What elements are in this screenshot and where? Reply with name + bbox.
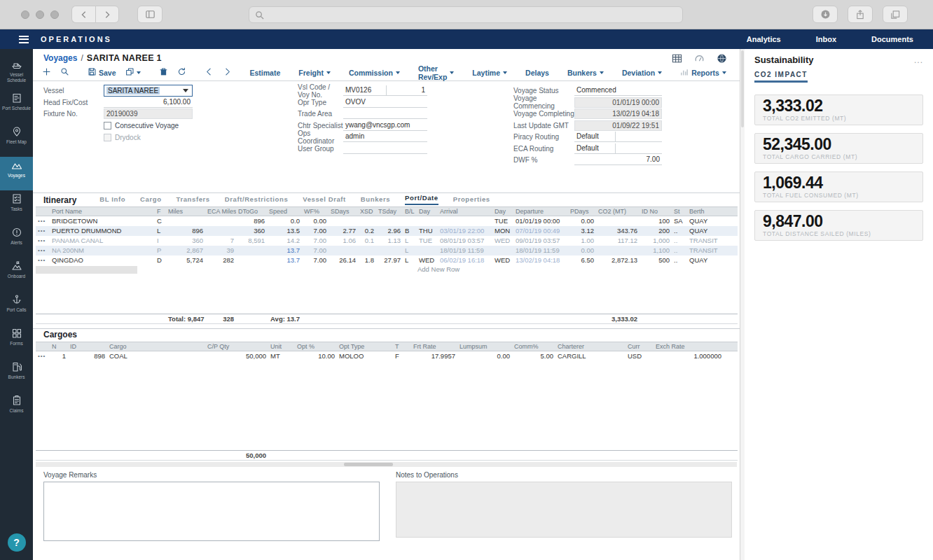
tab-port-date[interactable]: Port/Date — [405, 194, 438, 205]
next-button[interactable] — [221, 65, 234, 80]
toolbar-menu-deviation[interactable]: Deviation — [620, 67, 664, 78]
sidebar-item-alerts[interactable]: Alerts — [0, 224, 33, 258]
sidebar-item-port-calls[interactable]: Port Calls — [0, 291, 33, 325]
checkbox[interactable] — [104, 122, 111, 130]
tab-draft-restrictions[interactable]: Draft/Restrictions — [225, 195, 289, 205]
field-value[interactable] — [343, 108, 427, 119]
copy-button[interactable] — [123, 65, 143, 80]
window-controls[interactable] — [21, 10, 59, 19]
row-menu-icon[interactable]: ••• — [36, 255, 50, 265]
field-value[interactable]: Default — [574, 132, 616, 142]
field-value[interactable] — [616, 132, 662, 142]
checkbox[interactable] — [104, 134, 111, 141]
new-row-stub[interactable] — [36, 266, 137, 274]
row-menu-icon[interactable]: ••• — [36, 216, 50, 226]
breadcrumb-voyages-link[interactable]: Voyages — [43, 53, 77, 63]
row-menu-icon[interactable]: ••• — [36, 236, 50, 246]
field-value[interactable]: 7.00 — [574, 155, 662, 165]
toolbar-menu-estimate[interactable]: Estimate — [248, 67, 283, 78]
sidebar-item-voyages[interactable]: Voyages — [0, 157, 33, 190]
sidebar-item-port-schedule[interactable]: Port Schedule — [0, 90, 33, 123]
itinerary-row-na-200nm[interactable]: •••NA 200NMP2,8673913.77.00L18/01/19 11:… — [36, 246, 738, 255]
sidebar-item-claims[interactable]: Claims — [0, 392, 33, 426]
app-nav-analytics[interactable]: Analytics — [747, 35, 781, 43]
hamburger-menu-icon[interactable] — [19, 36, 29, 43]
itinerary-row-bridgetown[interactable]: •••BRIDGETOWNC8960.00.00TUE01/01/19 00:0… — [36, 216, 738, 226]
toolbar-menu-freight[interactable]: Freight — [296, 67, 333, 78]
search-button[interactable] — [58, 65, 71, 80]
toolbar-menu-commission[interactable]: Commission — [347, 67, 402, 78]
itinerary-row-panama-canal[interactable]: •••PANAMA CANALI36078,59114.27.001.060.1… — [36, 236, 738, 246]
toolbar-menu-delays[interactable]: Delays — [523, 67, 551, 78]
toolbar-menu-laytime[interactable]: Laytime — [470, 67, 509, 78]
sidebar-item-bunkers[interactable]: Bunkers — [0, 358, 33, 392]
window-zoom-icon[interactable] — [50, 10, 59, 19]
itinerary-row-puerto-drummond[interactable]: •••PUERTO DRUMMONDL89636013.57.002.770.2… — [36, 226, 738, 236]
field-value[interactable]: 01/09/22 19:51 — [574, 120, 662, 131]
sidebar-item-vessel-schedule[interactable]: Vessel Schedule — [0, 56, 33, 90]
app-nav-inbox[interactable]: Inbox — [816, 35, 836, 43]
vessel-select[interactable]: SARITA NAREE — [104, 85, 193, 97]
browser-share-button[interactable] — [848, 6, 873, 23]
field-value[interactable] — [343, 144, 427, 154]
field-value[interactable]: Commenced — [574, 85, 662, 96]
toolbar-menu-other-rev-exp[interactable]: Other Rev/Exp — [416, 63, 456, 83]
field-value[interactable]: 1 — [387, 85, 427, 96]
field-value[interactable]: 6,100.00 — [104, 97, 193, 108]
kpi-label: TOTAL CARGO CARRIED (MT) — [763, 153, 915, 160]
field-value[interactable] — [616, 144, 662, 154]
cargoes-horizontal-scrollbar[interactable] — [36, 462, 737, 467]
voyage-remarks-textarea[interactable] — [43, 482, 380, 541]
globe-icon[interactable] — [717, 53, 727, 64]
toolbar-menu-reports[interactable]: Reports — [678, 66, 728, 79]
row-menu-icon[interactable]: ••• — [36, 351, 50, 361]
itinerary-row-qingdao[interactable]: •••QINGDAOD5,72428213.77.0026.141.827.97… — [36, 255, 738, 265]
browser-download-button[interactable] — [813, 6, 838, 23]
sidebar-item-onboard[interactable]: Onboard — [0, 258, 33, 291]
save-button[interactable]: Save — [85, 65, 118, 80]
field-value[interactable]: Default — [574, 144, 616, 154]
field-value[interactable]: ywang@vncsgp.com — [343, 120, 427, 131]
prev-button[interactable] — [202, 65, 216, 80]
tab-vessel-draft[interactable]: Vessel Draft — [303, 195, 346, 205]
browser-back-button[interactable] — [71, 6, 95, 23]
browser-tabs-button[interactable] — [883, 6, 908, 23]
refresh-button[interactable] — [175, 65, 188, 80]
grid-icon[interactable] — [672, 53, 682, 64]
field-value[interactable]: MV0126 — [343, 85, 387, 96]
tab-co2-impact[interactable]: CO2 IMPACT — [754, 71, 808, 83]
app-nav-documents[interactable]: Documents — [871, 35, 913, 43]
add-new-row-link[interactable]: Add New Row — [417, 265, 459, 273]
toolbar-menu-bunkers[interactable]: Bunkers — [565, 67, 606, 78]
window-close-icon[interactable] — [21, 10, 29, 19]
tab-transfers[interactable]: Transfers — [177, 195, 210, 205]
delete-button[interactable] — [157, 65, 170, 80]
window-minimize-icon[interactable] — [36, 10, 44, 19]
sidebar-item-fleet-map[interactable]: Fleet Map — [0, 123, 33, 157]
help-button[interactable]: ? — [8, 533, 26, 552]
main-vertical-scrollbar[interactable] — [740, 49, 745, 560]
tab-bl-info[interactable]: BL Info — [99, 195, 125, 205]
field-value[interactable]: 20190039 — [104, 108, 193, 119]
browser-search-field[interactable] — [249, 6, 683, 23]
tab-bunkers[interactable]: Bunkers — [361, 195, 390, 205]
row-menu-icon[interactable]: ••• — [36, 246, 50, 255]
gauge-icon[interactable] — [694, 53, 705, 64]
notes-to-operations-textarea[interactable] — [396, 482, 732, 538]
field-value[interactable]: admin — [343, 132, 427, 142]
row-menu-icon[interactable]: ••• — [36, 226, 50, 236]
sidebar-item-tasks[interactable]: Tasks — [0, 190, 33, 224]
browser-forward-button[interactable] — [95, 6, 119, 23]
field-value[interactable]: 01/01/19 00:00 — [574, 97, 662, 108]
itinerary-totals-row: Total: 9,847328Avg: 13.73,333.02 — [36, 314, 738, 324]
sidebar-item-forms[interactable]: Forms — [0, 325, 33, 358]
form-row-fixture-no-: Fixture No.20190039 — [43, 108, 193, 119]
tab-cargo[interactable]: Cargo — [140, 195, 161, 205]
browser-sidebar-toggle-button[interactable] — [137, 6, 163, 23]
field-value[interactable]: OVOV — [343, 97, 427, 108]
panel-overflow-menu-icon[interactable]: ... — [914, 55, 923, 65]
field-value[interactable]: 13/02/19 04:18 — [574, 108, 662, 119]
tab-properties[interactable]: Properties — [453, 195, 490, 205]
cargo-row-coal[interactable]: •••1898COAL50,000MT10.00MOLOOF17.99570.0… — [36, 351, 738, 361]
add-button[interactable] — [40, 65, 53, 80]
